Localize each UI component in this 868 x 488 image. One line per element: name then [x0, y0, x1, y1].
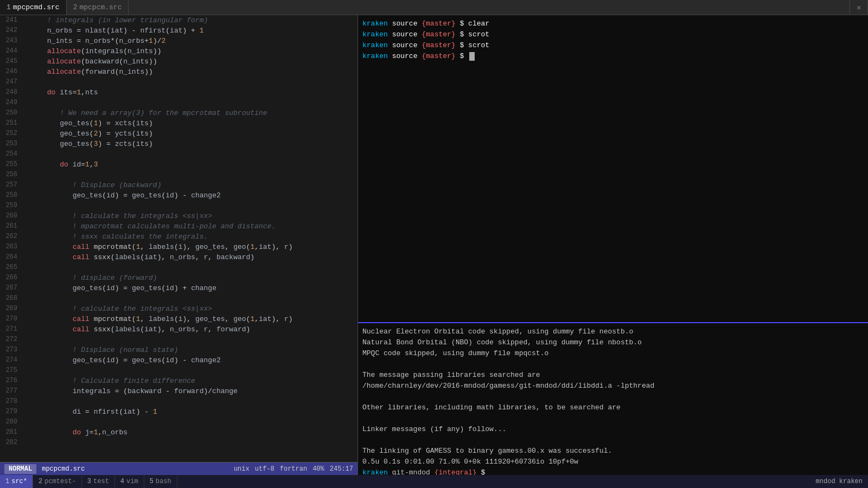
output-line: [362, 391, 864, 402]
tmux-tab-src[interactable]: 1src*: [0, 475, 33, 488]
code-line: 261 ! mpacrotmat calculates multi-pole a…: [0, 221, 358, 232]
line-code: ! We need a array(3) for the mpcrotmat s…: [22, 108, 358, 118]
line-number: 266: [0, 273, 22, 283]
line-code: [22, 417, 358, 427]
line-number: 280: [0, 417, 22, 427]
status-format: unix: [234, 465, 250, 473]
line-number: 270: [0, 314, 22, 324]
code-line: 258 geo_tes(id) = geo_tes(id) - change2: [0, 190, 358, 201]
tmux-tab-vim[interactable]: 4vim: [115, 475, 144, 488]
code-line: 267 geo_tes(id) = geo_tes(id) + change: [0, 283, 358, 293]
code-line: 246 allocate(forward(n_ints)): [0, 67, 358, 77]
status-percent: 40%: [312, 465, 324, 473]
line-number: 245: [0, 56, 22, 67]
line-number: 269: [0, 304, 22, 314]
line-code: di = nfirst(iat) - 1: [22, 407, 358, 417]
line-code: ! integrals (in lower triangular form): [22, 15, 358, 25]
prompt-source: source: [392, 18, 418, 29]
line-number: 247: [0, 77, 22, 87]
line-number: 243: [0, 36, 22, 46]
tmux-tab-test[interactable]: 3test: [82, 475, 115, 488]
prompt-dollar: $: [459, 18, 464, 29]
status-filename: mpcpcmd.src: [42, 465, 85, 473]
close-icon: ✕: [857, 3, 861, 12]
tmux-tab-label: pcmtest-: [44, 478, 76, 485]
code-line: 256: [0, 170, 358, 180]
line-code: allocate(backward(n_ints)): [22, 56, 358, 67]
line-number: 281: [0, 427, 22, 438]
line-number: 241: [0, 15, 22, 25]
editor-pane: 241 ! integrals (in lower triangular for…: [0, 15, 358, 475]
line-number: 282: [0, 438, 22, 448]
code-content[interactable]: 241 ! integrals (in lower triangular for…: [0, 15, 358, 462]
prompt-cmd: scrot: [468, 29, 489, 40]
line-code: geo_tes(id) = geo_tes(id) + change: [22, 283, 358, 293]
code-line: 247: [0, 77, 358, 87]
prompt-cmd: clear: [468, 18, 489, 29]
code-line: 251 geo_tes(1) = xcts(its): [0, 118, 358, 129]
line-code: geo_tes(2) = ycts(its): [22, 129, 358, 139]
line-code: do its=1,nts: [22, 87, 358, 98]
line-code: geo_tes(3) = zcts(its): [22, 139, 358, 149]
code-line: 249: [0, 98, 358, 108]
code-line: 245 allocate(backward(n_ints)): [0, 56, 358, 67]
tmux-host: mndod kraken: [810, 478, 868, 485]
code-line: 279 di = nfirst(iat) - 1: [0, 407, 358, 417]
tab-num-1: 1: [7, 3, 11, 11]
tmux-tab-bash[interactable]: 5bash: [144, 475, 177, 488]
cursor-block: [469, 52, 475, 61]
output-line: The message passing libraries searched a…: [362, 370, 864, 381]
line-code: ! Displace (normal state): [22, 345, 358, 355]
output-line: Other libraries, including math librarie…: [362, 402, 864, 413]
line-code: [22, 262, 358, 273]
prompt-source: source: [392, 40, 418, 51]
line-number: 264: [0, 252, 22, 262]
out-prompt-branch: {integral}: [435, 468, 477, 475]
line-code: ! Displace (backward): [22, 180, 358, 190]
line-number: 251: [0, 118, 22, 129]
code-line: 260 ! calculate the integrals <ss|xx>: [0, 211, 358, 221]
line-number: 256: [0, 170, 22, 180]
tmux-bar: 1src*2pcmtest-3test4vim5bash mndod krake…: [0, 475, 868, 488]
output-line: [362, 435, 864, 446]
terminal-bottom[interactable]: Nuclear Electron Orbital code skipped, u…: [358, 323, 868, 475]
line-number: 244: [0, 46, 22, 56]
terminal-line: kraken source {master} $ clear: [362, 18, 864, 29]
line-code: n_ints = n_orbs*(n_orbs+1)/2: [22, 36, 358, 46]
output-line: [362, 359, 864, 370]
output-line: Nuclear Electron Orbital code skipped, u…: [362, 326, 864, 337]
line-number: 262: [0, 232, 22, 242]
prompt-branch: {master}: [422, 29, 455, 40]
tmux-tab-num: 2: [39, 478, 42, 485]
code-line: 268: [0, 293, 358, 304]
terminal-top[interactable]: kraken source {master} $ clearkraken sou…: [358, 15, 868, 323]
tab-close-button[interactable]: ✕: [850, 0, 868, 15]
tab-num-2: 2: [73, 3, 78, 11]
code-line: 255 do id=1,3: [0, 159, 358, 170]
status-filetype: fortran: [280, 465, 307, 473]
tmux-tab-pcmtest-[interactable]: 2pcmtest-: [33, 475, 82, 488]
code-line: 241 ! integrals (in lower triangular for…: [0, 15, 358, 25]
line-code: [22, 149, 358, 159]
line-code: [22, 201, 358, 211]
line-code: [22, 438, 358, 448]
vim-mode: NORMAL: [4, 464, 36, 474]
line-number: 278: [0, 396, 22, 407]
output-line: kraken git-mndod {integral} $: [362, 467, 864, 475]
code-line: 274 geo_tes(id) = geo_tes(id) - change2: [0, 355, 358, 365]
status-encoding: utf-8: [255, 465, 275, 473]
line-number: 267: [0, 283, 22, 293]
line-code: call mpcrotmat(1, labels(i), geo_tes, ge…: [22, 242, 358, 252]
line-code: ! displace (forward): [22, 273, 358, 283]
code-line: 280: [0, 417, 358, 427]
prompt-branch: {master}: [422, 51, 455, 62]
line-number: 260: [0, 211, 22, 221]
tab-mpcpcm[interactable]: 2 mpcpcm.src: [67, 0, 129, 15]
tmux-tab-label: bash: [156, 478, 171, 485]
prompt-kraken: kraken: [362, 18, 388, 29]
code-line: 250 ! We need a array(3) for the mpcrotm…: [0, 108, 358, 118]
out-prompt-dollar: $: [481, 468, 485, 475]
tab-mpcpcmd[interactable]: 1 mpcpcmd.src: [0, 0, 67, 15]
status-bar: NORMAL mpcpcmd.src unix utf-8 fortran 40…: [0, 462, 358, 475]
code-line: 282: [0, 438, 358, 448]
